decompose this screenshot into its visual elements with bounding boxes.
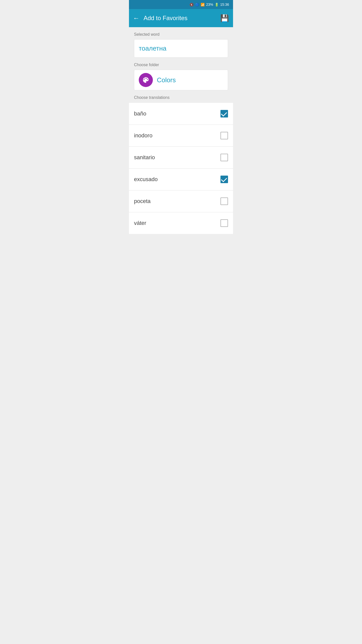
translation-checkbox[interactable] [220, 219, 228, 227]
status-icons: 🔇 🔵 📶 23% 🔋 15:36 [190, 3, 229, 7]
translation-item[interactable]: baño [129, 103, 233, 125]
translation-item[interactable]: excusado [129, 169, 233, 190]
translations-list: bañoinodorosanitarioexcusadopocetaváter [129, 103, 233, 234]
folder-name: Colors [157, 76, 176, 84]
app-bar: ← Add to Favorites 💾 [129, 9, 233, 27]
translation-checkbox[interactable] [220, 197, 228, 205]
battery-icon: 🔋 [215, 3, 219, 7]
translation-item[interactable]: poceta [129, 190, 233, 212]
palette-icon [142, 76, 150, 84]
translation-checkbox[interactable] [220, 154, 228, 161]
signal-icon: 📶 [201, 3, 205, 7]
choose-folder-label: Choose folder [134, 63, 228, 67]
selected-word-field: тоалетна [134, 39, 228, 58]
translation-word: váter [134, 220, 146, 226]
selected-word-label: Selected word [134, 32, 228, 37]
translation-checkbox[interactable] [220, 110, 228, 117]
translation-word: sanitario [134, 154, 155, 161]
app-bar-title: Add to Favorites [144, 15, 188, 22]
choose-translations-label: Choose translations [134, 95, 228, 103]
translation-item[interactable]: inodoro [129, 125, 233, 147]
folder-icon [139, 73, 153, 87]
save-button[interactable]: 💾 [220, 14, 229, 22]
back-button[interactable]: ← [133, 15, 140, 21]
translation-word: baño [134, 110, 146, 117]
status-bar: 🔇 🔵 📶 23% 🔋 15:36 [129, 0, 233, 9]
battery-text: 23% [206, 3, 213, 7]
selected-word-value: тоалетна [139, 45, 166, 52]
bluetooth-icon: 🔵 [195, 3, 199, 7]
translation-checkbox[interactable] [220, 176, 228, 183]
app-bar-left: ← Add to Favorites [133, 15, 188, 22]
translation-word: poceta [134, 198, 151, 205]
translation-checkbox[interactable] [220, 132, 228, 139]
time-text: 15:36 [220, 3, 229, 7]
translation-item[interactable]: váter [129, 212, 233, 234]
folder-selector[interactable]: Colors [134, 70, 228, 90]
translation-word: inodoro [134, 132, 152, 139]
translation-word: excusado [134, 176, 158, 183]
content-area: Selected word тоалетна Choose folder Col… [129, 27, 233, 103]
mute-icon: 🔇 [190, 3, 194, 7]
translation-item[interactable]: sanitario [129, 147, 233, 169]
